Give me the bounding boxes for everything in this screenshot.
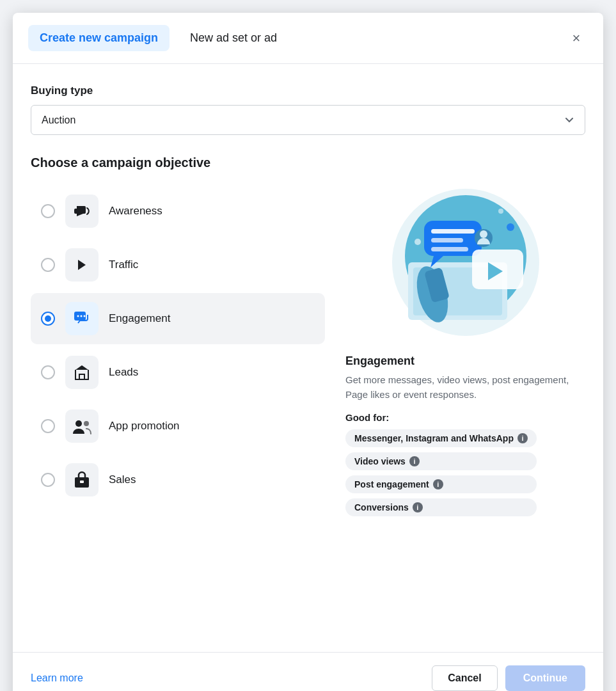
traffic-label: Traffic <box>109 258 138 271</box>
svg-rect-17 <box>431 247 468 251</box>
svg-point-23 <box>415 239 421 245</box>
traffic-icon <box>73 256 91 274</box>
info-icon-messenger[interactable]: i <box>517 433 528 443</box>
app-promotion-label: App promotion <box>109 420 180 433</box>
detail-panel: Engagement Get more messages, video view… <box>345 186 585 637</box>
radio-app-promotion[interactable] <box>41 419 55 433</box>
svg-point-4 <box>75 420 82 427</box>
svg-point-1 <box>77 315 79 317</box>
app-promotion-icon-wrap <box>65 409 99 443</box>
detail-description: Get more messages, video views, post eng… <box>345 373 585 402</box>
app-promotion-icon <box>72 417 91 435</box>
svg-rect-15 <box>431 229 475 234</box>
modal-body: Buying type Auction Reach and Frequency … <box>13 64 603 652</box>
sales-icon <box>73 471 91 489</box>
close-button[interactable]: × <box>565 27 588 50</box>
leads-label: Leads <box>109 366 138 379</box>
svg-rect-7 <box>80 481 84 483</box>
objective-awareness[interactable]: Awareness <box>31 186 325 237</box>
sales-label: Sales <box>109 473 136 486</box>
svg-point-5 <box>84 421 89 426</box>
radio-traffic[interactable] <box>41 258 55 272</box>
buying-type-label: Buying type <box>31 84 585 97</box>
objective-sales[interactable]: Sales <box>31 454 325 505</box>
tag-conversions: Conversions i <box>345 498 537 516</box>
objective-leads[interactable]: Leads <box>31 347 325 398</box>
engagement-label: Engagement <box>109 312 170 325</box>
leads-icon <box>73 363 91 381</box>
svg-point-24 <box>498 209 503 214</box>
radio-engagement[interactable] <box>41 312 55 326</box>
modal-dialog: Create new campaign New ad set or ad × B… <box>13 13 603 691</box>
good-for-label: Good for: <box>345 412 389 423</box>
tag-messenger: Messenger, Instagram and WhatsApp i <box>345 429 537 447</box>
svg-point-2 <box>81 315 83 317</box>
svg-point-3 <box>84 315 86 317</box>
engagement-icon <box>72 309 91 328</box>
radio-leads[interactable] <box>41 365 55 379</box>
tags-list: Messenger, Instagram and WhatsApp i Vide… <box>345 429 537 516</box>
leads-icon-wrap <box>65 356 99 389</box>
engagement-illustration <box>389 186 542 339</box>
objective-engagement[interactable]: Engagement <box>31 293 325 344</box>
objective-traffic[interactable]: Traffic <box>31 239 325 290</box>
tab-new-ad-set[interactable]: New ad set or ad <box>190 31 277 45</box>
info-icon-video[interactable]: i <box>409 456 420 466</box>
radio-sales[interactable] <box>41 473 55 487</box>
awareness-icon <box>73 202 91 220</box>
svg-point-22 <box>507 223 514 231</box>
awareness-label: Awareness <box>109 205 162 218</box>
awareness-icon-wrap <box>65 195 99 228</box>
cancel-button[interactable]: Cancel <box>432 665 497 691</box>
modal-footer: Learn more Cancel Continue <box>13 652 603 691</box>
learn-more-link[interactable]: Learn more <box>31 672 83 684</box>
modal-header: Create new campaign New ad set or ad × <box>13 13 603 64</box>
objective-app-promotion[interactable]: App promotion <box>31 401 325 452</box>
tag-conversions-label: Conversions <box>354 502 409 512</box>
traffic-icon-wrap <box>65 248 99 282</box>
tag-post-engagement: Post engagement i <box>345 475 537 493</box>
tab-create-campaign[interactable]: Create new campaign <box>28 25 170 51</box>
tag-video-views-label: Video views <box>354 456 406 466</box>
radio-awareness[interactable] <box>41 204 55 218</box>
tag-messenger-label: Messenger, Instagram and WhatsApp <box>354 433 514 443</box>
buying-type-select[interactable]: Auction Reach and Frequency <box>31 105 585 135</box>
info-icon-conversions[interactable]: i <box>413 502 423 512</box>
svg-rect-16 <box>431 238 463 242</box>
objective-section-label: Choose a campaign objective <box>31 155 585 170</box>
tag-video-views: Video views i <box>345 452 537 470</box>
info-icon-post[interactable]: i <box>433 479 443 489</box>
engagement-icon-wrap <box>65 302 99 335</box>
objectives-list: Awareness Traffic <box>31 186 325 637</box>
tag-post-engagement-label: Post engagement <box>354 479 429 489</box>
svg-point-21 <box>480 230 487 238</box>
content-area: Awareness Traffic <box>31 186 585 637</box>
footer-buttons: Cancel Continue <box>432 665 585 691</box>
sales-icon-wrap <box>65 463 99 496</box>
detail-title: Engagement <box>345 354 415 368</box>
continue-button[interactable]: Continue <box>505 665 585 691</box>
